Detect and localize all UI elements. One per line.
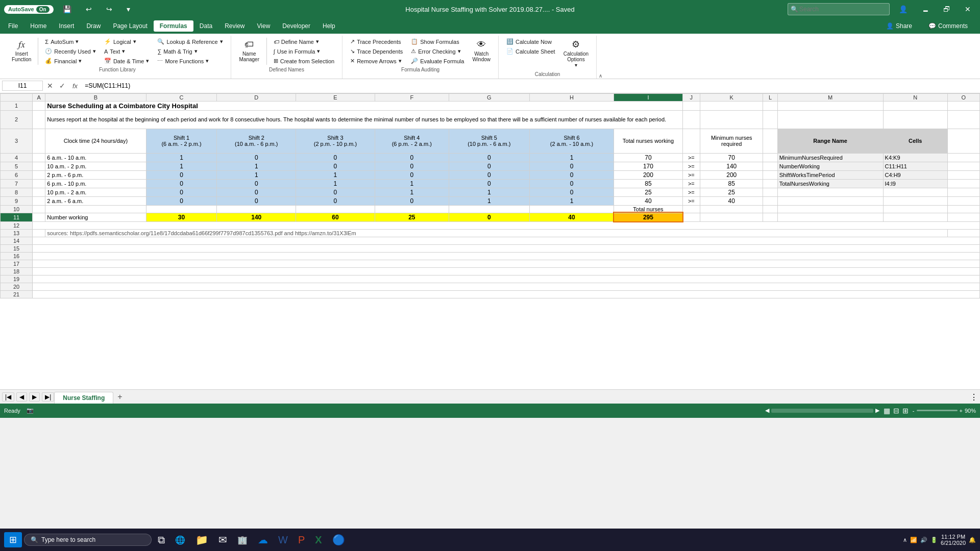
cell-e3[interactable]: Shift 3(2 p.m. - 10 p.m.) — [296, 129, 375, 153]
customize-btn[interactable]: ▾ — [121, 3, 135, 15]
cell-f11[interactable]: 25 — [375, 213, 449, 221]
financial-arrow[interactable]: ▾ — [79, 58, 82, 64]
cell-a4[interactable] — [33, 153, 45, 162]
cell-i3[interactable]: Total nurses working — [614, 129, 682, 153]
cell-f9[interactable]: 0 — [375, 196, 449, 205]
cell-o7[interactable] — [947, 179, 979, 188]
row-num-2[interactable]: 2 — [1, 110, 33, 129]
cell-f4[interactable]: 0 — [375, 153, 449, 162]
cell-k7[interactable]: 85 — [700, 179, 763, 188]
more-functions-arrow[interactable]: ▾ — [206, 58, 209, 64]
cell-j1[interactable] — [682, 101, 700, 110]
menu-view[interactable]: View — [251, 20, 277, 32]
define-name-btn[interactable]: 🏷 Define Name ▾ — [270, 37, 338, 46]
page-layout-btn[interactable]: ⊟ — [893, 407, 899, 415]
cell-l2[interactable] — [763, 110, 777, 129]
cell-k8[interactable]: 25 — [700, 188, 763, 196]
error-checking-arrow[interactable]: ▾ — [458, 48, 461, 55]
remove-arrows-btn[interactable]: ✕ Remove Arrows ▾ — [347, 56, 406, 66]
col-header-k[interactable]: K — [700, 93, 763, 101]
cell-l4[interactable] — [763, 153, 777, 162]
use-in-formula-arrow[interactable]: ▾ — [317, 48, 320, 55]
cell-l6[interactable] — [763, 170, 777, 179]
cell-l3[interactable] — [763, 129, 777, 153]
cell-b5[interactable]: 10 a.m. - 2 p.m. — [45, 162, 146, 170]
calculation-options-btn[interactable]: ⚙ CalculationOptions ▾ — [560, 37, 592, 70]
cell-k9[interactable]: 40 — [700, 196, 763, 205]
name-manager-btn[interactable]: 🏷 NameManager — [235, 37, 263, 65]
cell-m6[interactable]: ShiftWorksTimePeriod — [777, 170, 883, 179]
cell-j10[interactable] — [682, 205, 700, 213]
date-time-arrow[interactable]: ▾ — [146, 58, 149, 64]
watch-window-btn[interactable]: 👁 WatchWindow — [469, 37, 494, 65]
cell-m2[interactable] — [777, 110, 883, 129]
cell-f10[interactable] — [375, 205, 449, 213]
use-in-formula-btn[interactable]: ∫ Use in Formula ▾ — [270, 46, 338, 56]
cell-a3[interactable] — [33, 129, 45, 153]
col-header-i[interactable]: I — [614, 93, 682, 101]
cell-g10[interactable] — [449, 205, 529, 213]
sheet-nav-prev[interactable]: ◀ — [16, 392, 27, 402]
cell-h11[interactable]: 40 — [529, 213, 614, 221]
lookup-arrow[interactable]: ▾ — [220, 38, 223, 45]
cell-m10[interactable] — [777, 205, 883, 213]
normal-view-btn[interactable]: ▦ — [884, 407, 890, 415]
cell-c4[interactable]: 1 — [146, 153, 217, 162]
cell-i8[interactable]: 25 — [614, 188, 682, 196]
cell-a8[interactable] — [33, 188, 45, 196]
menu-help[interactable]: Help — [316, 20, 341, 32]
scroll-left-icon[interactable]: ◀ — [765, 407, 769, 414]
cell-m3[interactable]: Range Name — [777, 129, 883, 153]
cell-h8[interactable]: 0 — [529, 188, 614, 196]
cell-reference-box[interactable] — [2, 81, 43, 91]
cell-c7[interactable]: 0 — [146, 179, 217, 188]
show-formulas-btn[interactable]: 📋 Show Formulas — [407, 37, 468, 46]
cell-o1[interactable] — [947, 101, 979, 110]
calculate-now-btn[interactable]: 🔢 Calculate Now — [503, 37, 559, 46]
evaluate-formula-btn[interactable]: 🔎 Evaluate Formula — [407, 56, 468, 66]
cell-b1[interactable]: Nurse Scheduling at a Coimbatore City Ho… — [45, 101, 682, 110]
cell-d11[interactable]: 140 — [217, 213, 296, 221]
row-num-7[interactable]: 7 — [1, 179, 33, 188]
cell-n10[interactable] — [883, 205, 947, 213]
cell-k2[interactable] — [700, 110, 763, 129]
cell-l10[interactable] — [763, 205, 777, 213]
cell-j2[interactable] — [682, 110, 700, 129]
menu-file[interactable]: File — [2, 20, 24, 32]
cell-e4[interactable]: 0 — [296, 153, 375, 162]
math-trig-btn[interactable]: ∑ Math & Trig ▾ — [154, 46, 226, 56]
math-trig-arrow[interactable]: ▾ — [194, 48, 198, 55]
add-sheet-btn[interactable]: + — [113, 392, 126, 404]
cell-n3[interactable]: Cells — [883, 129, 947, 153]
profile-icon[interactable]: 👤 — [894, 3, 913, 15]
cell-n11[interactable] — [883, 213, 947, 221]
cell-f6[interactable]: 0 — [375, 170, 449, 179]
cell-b10[interactable] — [45, 205, 146, 213]
cell-h6[interactable]: 0 — [529, 170, 614, 179]
cell-b13[interactable]: sources: https://pdfs.semanticscholar.or… — [45, 229, 947, 237]
menu-developer[interactable]: Developer — [276, 20, 316, 32]
cell-k11[interactable] — [700, 213, 763, 221]
cell-g7[interactable]: 0 — [449, 179, 529, 188]
cell-m1[interactable] — [777, 101, 883, 110]
cell-n8[interactable] — [883, 188, 947, 196]
save-btn[interactable]: 💾 — [58, 3, 77, 15]
sheet-nav-first[interactable]: |◀ — [2, 392, 14, 402]
col-header-n[interactable]: N — [883, 93, 947, 101]
cell-d8[interactable]: 0 — [217, 188, 296, 196]
close-btn[interactable]: ✕ — [960, 3, 976, 15]
cell-l1[interactable] — [763, 101, 777, 110]
minimize-btn[interactable]: 🗕 — [917, 3, 934, 15]
cell-b4[interactable]: 6 a.m. - 10 a.m. — [45, 153, 146, 162]
cell-e9[interactable]: 0 — [296, 196, 375, 205]
text-btn[interactable]: A Text ▾ — [101, 46, 153, 56]
cell-j4[interactable]: >= — [682, 153, 700, 162]
horizontal-scrollbar[interactable] — [771, 409, 873, 413]
col-header-l[interactable]: L — [763, 93, 777, 101]
date-time-btn[interactable]: 📅 Date & Time ▾ — [101, 56, 153, 66]
more-functions-btn[interactable]: ⋯ More Functions ▾ — [154, 56, 226, 66]
autosum-arrow[interactable]: ▾ — [76, 38, 79, 45]
cell-i9[interactable]: 40 — [614, 196, 682, 205]
cell-c10[interactable] — [146, 205, 217, 213]
cell-b9[interactable]: 2 a.m. - 6 a.m. — [45, 196, 146, 205]
